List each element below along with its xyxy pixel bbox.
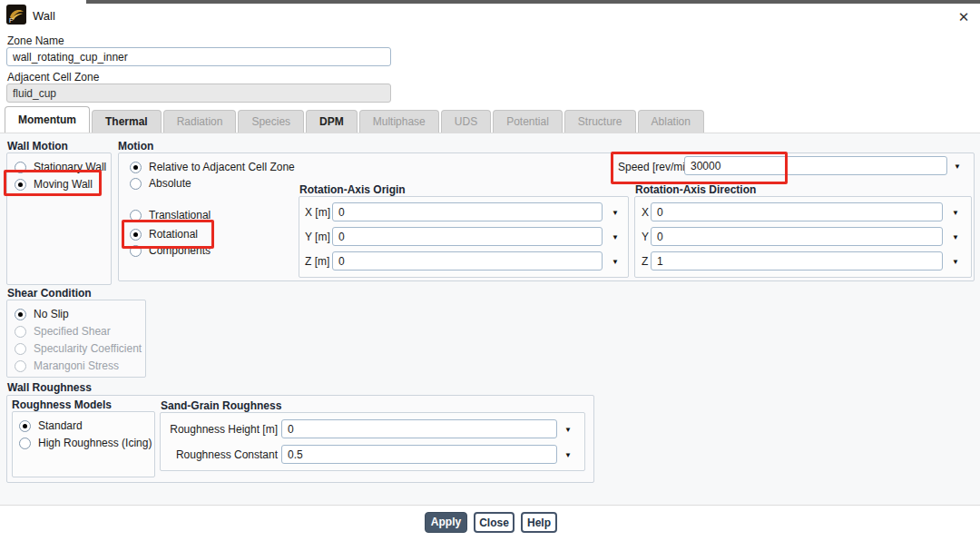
roughness-models-header: Roughness Models (12, 398, 112, 411)
speed-input[interactable] (684, 156, 947, 175)
wall-motion-header: Wall Motion (7, 140, 68, 152)
radio-absolute[interactable]: Absolute (130, 176, 191, 191)
radio-circle-icon (130, 229, 142, 241)
speed-dropdown-icon[interactable]: ▼ (954, 163, 961, 171)
radio-circle-icon (15, 343, 26, 355)
tab-momentum[interactable]: Momentum (5, 106, 90, 133)
adjacent-cell-zone-label: Adjacent Cell Zone (7, 71, 99, 84)
tab-uds[interactable]: UDS (441, 110, 491, 133)
wall-dialog: F Wall ✕ Zone Name Adjacent Cell Zone Mo… (0, 0, 980, 541)
radio-circle-icon (130, 210, 142, 221)
zone-name-input[interactable] (6, 47, 391, 66)
origin-x-input[interactable] (332, 202, 603, 221)
motion-header: Motion (118, 140, 153, 152)
apply-button[interactable]: Apply (425, 512, 467, 533)
tab-bar: Momentum Thermal Radiation Species DPM M… (5, 107, 706, 133)
roughness-height-dropdown-icon[interactable]: ▼ (564, 427, 572, 434)
radio-specularity-coefficient: Specularity Coefficient (15, 341, 142, 356)
radio-circle-icon (130, 245, 142, 257)
origin-y-input[interactable] (332, 227, 603, 246)
radio-moving-wall[interactable]: Moving Wall (15, 177, 93, 192)
tab-multiphase[interactable]: Multiphase (359, 110, 439, 133)
rotation-axis-direction-header: Rotation-Axis Direction (635, 183, 756, 196)
direction-z-input[interactable] (651, 251, 943, 270)
radio-no-slip[interactable]: No Slip (15, 307, 69, 321)
tab-structure[interactable]: Structure (564, 110, 636, 133)
fluent-app-icon: F (6, 5, 26, 25)
tab-potential[interactable]: Potential (493, 110, 563, 133)
radio-relative-to-adjacent-cell-zone[interactable]: Relative to Adjacent Cell Zone (130, 160, 295, 174)
origin-x-dropdown-icon[interactable]: ▼ (612, 210, 619, 217)
roughness-constant-dropdown-icon[interactable]: ▼ (564, 452, 572, 459)
tab-radiation[interactable]: Radiation (163, 110, 237, 133)
speed-label: Speed [rev/min] (618, 161, 694, 173)
radio-stationary-wall[interactable]: Stationary Wall (15, 160, 106, 174)
roughness-constant-label: Roughness Constant (160, 448, 278, 461)
rotation-axis-origin-header: Rotation-Axis Origin (299, 183, 406, 196)
radio-specified-shear: Specified Shear (15, 324, 111, 339)
background-window-edge (86, 0, 980, 4)
origin-x-label: X [m] (305, 206, 330, 219)
roughness-height-label: Roughness Height [m] (160, 423, 278, 436)
radio-rotational[interactable]: Rotational (130, 227, 198, 241)
radio-circle-icon (130, 178, 142, 190)
radio-circle-icon (15, 179, 26, 191)
bottom-separator (0, 505, 980, 506)
window-title: Wall (33, 9, 55, 23)
close-icon[interactable]: ✕ (953, 7, 975, 27)
direction-z-label: Z (642, 255, 648, 268)
direction-x-dropdown-icon[interactable]: ▼ (952, 210, 959, 217)
help-button[interactable]: Help (521, 512, 557, 533)
svg-text:F: F (9, 17, 13, 24)
radio-standard[interactable]: Standard (19, 418, 83, 433)
shear-condition-header: Shear Condition (7, 287, 92, 300)
direction-y-label: Y (642, 231, 649, 243)
tab-ablation[interactable]: Ablation (638, 110, 704, 133)
direction-y-dropdown-icon[interactable]: ▼ (952, 234, 959, 241)
radio-circle-icon (19, 438, 31, 449)
sand-grain-roughness-header: Sand-Grain Roughness (161, 399, 281, 412)
radio-circle-icon (15, 162, 26, 173)
adjacent-cell-zone-input (6, 84, 391, 103)
radio-circle-icon (15, 309, 26, 320)
radio-circle-icon (15, 326, 26, 338)
origin-z-dropdown-icon[interactable]: ▼ (612, 259, 619, 266)
origin-y-dropdown-icon[interactable]: ▼ (612, 234, 619, 241)
roughness-constant-input[interactable] (281, 445, 557, 464)
radio-translational[interactable]: Translational (130, 208, 211, 222)
radio-marangoni-stress: Marangoni Stress (15, 359, 119, 373)
radio-circle-icon (130, 162, 142, 173)
direction-y-input[interactable] (651, 227, 943, 246)
radio-circle-icon (19, 420, 31, 432)
origin-y-label: Y [m] (305, 231, 330, 243)
tab-thermal[interactable]: Thermal (92, 110, 162, 133)
direction-z-dropdown-icon[interactable]: ▼ (952, 259, 959, 266)
zone-name-label: Zone Name (7, 34, 64, 47)
direction-x-input[interactable] (651, 202, 943, 221)
roughness-height-input[interactable] (281, 419, 557, 438)
close-button[interactable]: Close (474, 512, 514, 533)
tab-dpm[interactable]: DPM (306, 110, 358, 133)
radio-components[interactable]: Components (130, 243, 211, 258)
origin-z-input[interactable] (332, 251, 603, 270)
origin-z-label: Z [m] (305, 255, 329, 268)
tab-species[interactable]: Species (238, 110, 304, 133)
radio-circle-icon (15, 360, 26, 372)
wall-roughness-header: Wall Roughness (7, 381, 92, 394)
radio-high-roughness-icing[interactable]: High Roughness (Icing) (19, 436, 152, 450)
direction-x-label: X (642, 206, 649, 219)
